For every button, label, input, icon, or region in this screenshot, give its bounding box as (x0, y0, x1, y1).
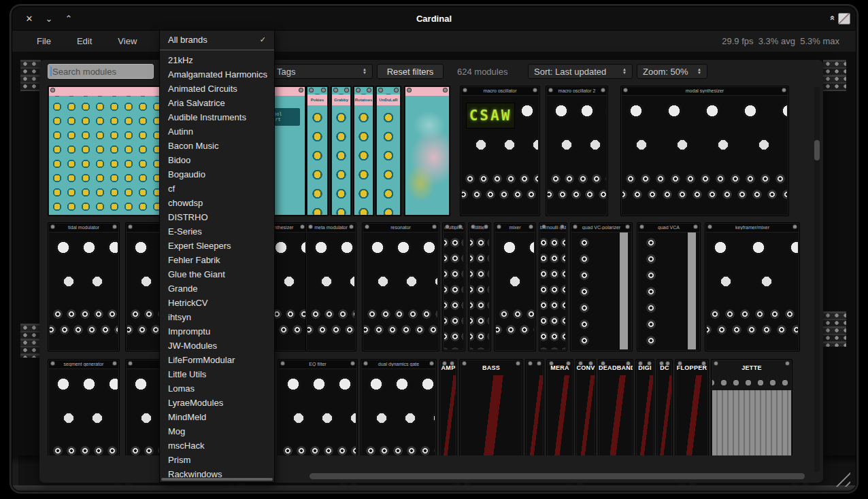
menu-file[interactable]: File (27, 34, 61, 48)
module-header: dual dynamics gate (362, 360, 435, 369)
module-deadband[interactable]: DEADBAND (598, 359, 633, 455)
brand-option-autinn[interactable]: Autinn (160, 124, 274, 139)
module-conv[interactable]: CONV (575, 359, 596, 455)
module-modal-synthesizer[interactable]: modal synthesizer (620, 86, 789, 216)
module-quad-vc-polarizer[interactable]: quad VC-polarizer (570, 222, 633, 351)
module-panel-art (444, 232, 463, 349)
module-meta-modulator[interactable]: meta modulator (305, 222, 356, 351)
brand-option-expert-sleepers[interactable]: Expert Sleepers (160, 239, 274, 253)
chevron-up-icon[interactable]: ⌃ (64, 14, 73, 24)
module-keyframer-mixer[interactable]: keyframer/mixer (705, 222, 800, 351)
module-utilities[interactable]: utilities (468, 222, 491, 351)
module-macro-oscillator-2[interactable]: macro oscillator 2 (546, 86, 608, 216)
module-resonator[interactable]: resonator (362, 222, 439, 351)
brand-option-bogaudio[interactable]: Bogaudio (160, 167, 274, 182)
module-tile[interactable] (525, 359, 544, 455)
brand-option-lifeformmodular[interactable]: LifeFormModular (160, 353, 274, 367)
close-icon[interactable]: ✕ (24, 14, 34, 24)
menu-edit[interactable]: Edit (67, 34, 101, 48)
brand-option-cf[interactable]: cf (160, 182, 274, 196)
screw-icon (281, 362, 284, 365)
brand-option-label: Expert Sleepers (168, 241, 231, 251)
screw-icon (309, 225, 312, 228)
screw-icon (708, 225, 712, 228)
module-bernoulli-gate[interactable]: bernoulli gate (539, 222, 567, 351)
module-tile[interactable] (404, 86, 450, 216)
module-panel-art (622, 95, 787, 214)
screw-icon (407, 88, 411, 92)
brand-option-animated-circuits[interactable]: Animated Circuits (160, 82, 274, 96)
module-header: macro oscillator 2 (547, 87, 607, 96)
module-name: segment generator (49, 362, 118, 366)
double-chevron-up-icon[interactable]: » (827, 17, 837, 20)
brand-option-lomas[interactable]: Lomas (160, 381, 274, 396)
screw-icon (51, 362, 54, 365)
module-dual-dynamics-gate[interactable]: dual dynamics gate (361, 359, 437, 455)
module-flopper[interactable]: FLOPPER (675, 359, 709, 455)
brand-option-lyraemodules[interactable]: LyraeModules (160, 396, 274, 410)
module-digi[interactable]: DIGI (635, 359, 654, 455)
brand-option-mindmeld[interactable]: MindMeld (160, 410, 274, 424)
module-grabby[interactable]: Grabby (331, 86, 352, 216)
midi-keyboard-icon[interactable] (838, 13, 850, 24)
module-amp[interactable]: AMP (439, 359, 457, 455)
screw-icon (601, 88, 605, 92)
brand-option-glue-the-giant[interactable]: Glue the Giant (160, 267, 274, 281)
menu-view[interactable]: View (108, 34, 146, 48)
screw-icon (694, 225, 697, 228)
module-bass[interactable]: BASS (459, 359, 523, 455)
module-rotatoes[interactable]: Rotatoes (353, 86, 374, 216)
brand-option-distrho[interactable]: DISTRHO (160, 210, 274, 224)
brand-option-impromptu[interactable]: Impromptu (160, 324, 274, 339)
brand-option-grande[interactable]: Grande (160, 281, 274, 296)
module-panel-art (363, 368, 435, 455)
screw-icon (334, 88, 337, 92)
brand-option-e-series[interactable]: E-Series (160, 224, 274, 239)
brand-option-21khz[interactable]: 21kHz (160, 53, 274, 67)
module-tidal-modulator[interactable]: tidal modulator (48, 222, 120, 351)
module-segment-generator[interactable]: segment generator (48, 359, 120, 455)
brand-option-mschack[interactable]: mscHack (160, 438, 274, 453)
brand-option-bidoo[interactable]: Bidoo (160, 153, 274, 167)
brand-option-bacon-music[interactable]: Bacon Music (160, 139, 274, 153)
module-panel-art (332, 87, 350, 215)
chevron-down-icon[interactable]: ⌄ (44, 14, 54, 24)
brand-option-fehler-fabrik[interactable]: Fehler Fabrik (160, 253, 274, 267)
module-name: resonator (363, 225, 438, 230)
brand-option-ihtsyn[interactable]: ihtsyn (160, 310, 274, 324)
module-eq-filter[interactable]: EQ filter (278, 359, 358, 455)
module-undular[interactable]: UnDuLaR (375, 86, 401, 216)
brand-option-little-utils[interactable]: Little Utils (160, 367, 274, 381)
brand-option-chowdsp[interactable]: chowdsp (160, 196, 274, 210)
module-dc[interactable]: DC (656, 359, 673, 455)
module-panel-art (307, 232, 354, 349)
horizontal-scrollbar-thumb[interactable] (310, 473, 805, 479)
module-panel-art (548, 95, 606, 214)
module-name: UnDuLaR (377, 98, 400, 102)
module-pokies[interactable]: Pokies (306, 86, 329, 216)
brand-option-hetrickcv[interactable]: HetrickCV (160, 296, 274, 310)
menu-bar: File Edit View Engine Help 29.9 fps 3.3%… (12, 31, 856, 52)
module-name: Grabby (332, 98, 350, 102)
screw-icon (365, 225, 369, 228)
dropdown-scrollbar[interactable] (161, 478, 273, 481)
screw-icon (446, 225, 449, 228)
brand-option-aria-salvatrice[interactable]: Aria Salvatrice (160, 96, 274, 110)
brand-option-audible-instruments[interactable]: Audible Instruments (160, 110, 274, 124)
brand-option-all-brands[interactable]: All brands ✓ (160, 33, 274, 47)
module-mera[interactable]: MERA (546, 359, 573, 455)
module-multiples[interactable]: multiples (442, 222, 465, 351)
module-mixer[interactable]: mixer (494, 222, 536, 351)
brand-option-prism[interactable]: Prism (160, 453, 274, 467)
vertical-scrollbar-thumb[interactable] (814, 140, 820, 160)
module-quad-vca[interactable]: quad VCA (637, 222, 701, 351)
module-name: DIGI (636, 364, 654, 371)
module-macro-oscillator[interactable]: macro oscillator CSAW (460, 86, 540, 216)
brand-option-amalgamated-harmonics[interactable]: Amalgamated Harmonics (160, 67, 274, 82)
brand-option-mog[interactable]: Mog (160, 424, 274, 438)
window-bottom-edge (12, 485, 856, 491)
brand-option-jw-modules[interactable]: JW-Modules (160, 339, 274, 353)
module-name: Pokies (307, 98, 327, 102)
screw-icon (433, 225, 436, 228)
module-jette[interactable]: JETTE (711, 359, 792, 455)
